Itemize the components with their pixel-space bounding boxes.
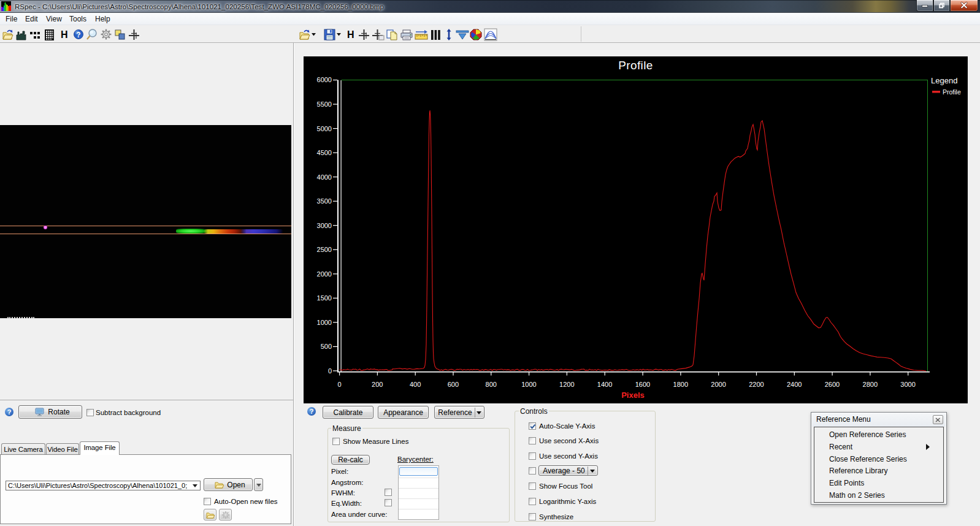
svg-text:4500: 4500 xyxy=(317,149,332,156)
svg-text:Profile: Profile xyxy=(943,88,961,96)
svg-text:6000: 6000 xyxy=(317,76,332,83)
svg-text:1000: 1000 xyxy=(317,319,332,326)
svg-text:?: ? xyxy=(76,31,80,39)
svg-text:1200: 1200 xyxy=(559,381,574,388)
svg-text:1600: 1600 xyxy=(635,381,650,388)
svg-text:0: 0 xyxy=(328,367,332,375)
svg-text:600: 600 xyxy=(448,381,459,388)
svg-text:Legend: Legend xyxy=(931,76,957,85)
svg-text:3000: 3000 xyxy=(900,381,915,388)
svg-text:2200: 2200 xyxy=(749,381,764,388)
svg-text:1800: 1800 xyxy=(673,381,688,388)
svg-text:2400: 2400 xyxy=(787,381,802,388)
svg-text:1400: 1400 xyxy=(597,381,612,388)
svg-text:5000: 5000 xyxy=(317,125,332,132)
svg-text:3000: 3000 xyxy=(317,222,332,229)
svg-text:2000: 2000 xyxy=(317,270,332,278)
svg-text:200: 200 xyxy=(372,381,383,388)
svg-text:500: 500 xyxy=(321,343,332,350)
svg-text:0: 0 xyxy=(337,381,341,388)
svg-text:2000: 2000 xyxy=(711,381,725,388)
svg-text:2600: 2600 xyxy=(825,381,840,388)
svg-text:4000: 4000 xyxy=(317,173,332,181)
svg-text:1000: 1000 xyxy=(521,381,536,388)
svg-text:2500: 2500 xyxy=(317,246,332,253)
svg-text:Pixels: Pixels xyxy=(621,391,645,400)
svg-text:2800: 2800 xyxy=(863,381,878,388)
svg-text:400: 400 xyxy=(410,381,421,388)
svg-text:800: 800 xyxy=(486,381,497,388)
svg-text:5500: 5500 xyxy=(317,101,332,108)
svg-text:3500: 3500 xyxy=(317,197,332,205)
svg-text:1500: 1500 xyxy=(317,294,332,302)
